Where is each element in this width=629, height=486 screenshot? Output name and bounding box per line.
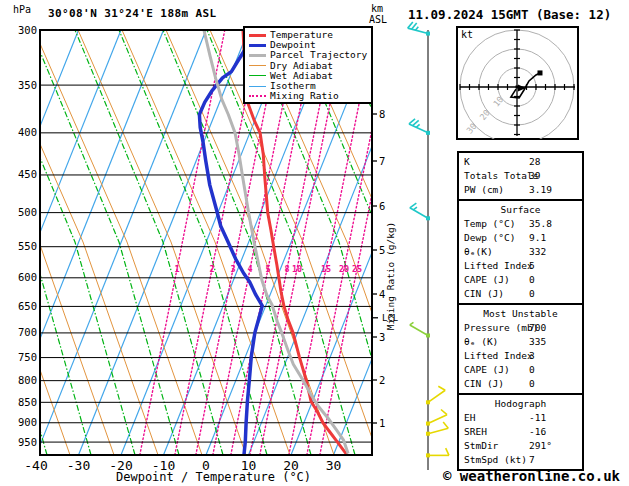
indices-row: θₑ(K)332 xyxy=(459,245,582,259)
wind-barb xyxy=(426,386,445,404)
indices-row-label: Lifted Index xyxy=(464,349,533,363)
legend-swatch-mixing-ratio xyxy=(249,95,266,97)
wind-barb-shaft xyxy=(408,28,428,33)
datetime-title: 11.09.2024 15GMT (Base: 12) xyxy=(408,7,611,22)
mixing-ratio-value-label: 2 xyxy=(209,264,214,274)
indices-row-value: 700 xyxy=(529,321,546,335)
legend-swatch-dry-adiabat xyxy=(249,65,266,66)
indices-row: Lifted Index5 xyxy=(459,259,582,273)
indices-row: Totals Totals39 xyxy=(459,169,582,183)
wind-barb xyxy=(426,448,449,457)
pressure-tick-label: 550 xyxy=(18,240,37,252)
indices-row: CAPE (J)0 xyxy=(459,273,582,287)
indices-section-header: Most Unstable xyxy=(459,307,582,321)
km-tick-label: 8 xyxy=(379,108,385,120)
wind-barb-half-feather xyxy=(415,27,418,30)
pressure-tick-label: 450 xyxy=(18,168,37,180)
mixing-ratio-value-label: 1 xyxy=(174,264,179,274)
altitude-unit-km: km xyxy=(371,3,383,14)
mixing-ratio-value-label: 8 xyxy=(284,264,289,274)
wind-barb-half-feather xyxy=(410,322,414,325)
legend-swatch-temperature xyxy=(249,34,266,37)
indices-row: Temp (°C)35.8 xyxy=(459,217,582,231)
indices-row-label: θₑ(K) xyxy=(464,245,493,259)
indices-row-label: Pressure (mb) xyxy=(464,321,538,335)
station-title: 30°08'N 31°24'E 188m ASL xyxy=(48,7,217,20)
wind-barb-shaft xyxy=(410,325,428,336)
indices-row-value: 9.1 xyxy=(529,231,546,245)
wind-barb-feather xyxy=(408,22,413,28)
indices-row-label: K xyxy=(464,155,470,169)
hodograph-end-marker xyxy=(537,70,542,75)
indices-row-label: Dewp (°C) xyxy=(464,231,515,245)
indices-row-value: -11 xyxy=(529,411,546,425)
pressure-tick-label: 650 xyxy=(18,300,37,312)
mixing-ratio-value-label: 5 xyxy=(265,264,270,274)
x-axis-title: Dewpoint / Temperature (°C) xyxy=(116,470,311,484)
indices-section-header: Hodograph xyxy=(459,397,582,411)
legend-swatch-wet-adiabat xyxy=(249,75,266,76)
indices-row-label: CIN (J) xyxy=(464,377,504,391)
legend-label: Mixing Ratio xyxy=(270,91,339,101)
indices-section-header: Surface xyxy=(459,203,582,217)
indices-row-value: 335 xyxy=(529,335,546,349)
indices-row: SREH-16 xyxy=(459,425,582,439)
indices-row-value: 3 xyxy=(529,349,535,363)
indices-row-label: θₑ (K) xyxy=(464,335,498,349)
wind-barb-half-feather xyxy=(413,207,417,210)
wet-adiabat-line xyxy=(0,30,3,455)
wet-adiabat-line xyxy=(0,30,91,455)
pressure-tick-label: 500 xyxy=(18,206,37,218)
indices-row-label: CAPE (J) xyxy=(464,273,510,287)
indices-row-value: 0 xyxy=(529,377,535,391)
indices-row-value: 5 xyxy=(529,259,535,273)
pressure-tick-label: 900 xyxy=(18,416,37,428)
mixing-ratio-value-label: 4 xyxy=(247,264,252,274)
indices-row: EH-11 xyxy=(459,411,582,425)
indices-row-label: Lifted Index xyxy=(464,259,533,273)
indices-row: Pressure (mb)700 xyxy=(459,321,582,335)
legend-item: Mixing Ratio xyxy=(245,91,371,101)
indices-row-label: Totals Totals xyxy=(464,169,538,183)
wind-barb-feather xyxy=(409,119,415,124)
indices-row-label: EH xyxy=(464,411,475,425)
wind-barb-feather xyxy=(413,120,419,125)
pressure-unit-label: hPa xyxy=(13,4,31,15)
indices-row: Lifted Index3 xyxy=(459,349,582,363)
wind-barb xyxy=(410,203,430,220)
legend-box: TemperatureDewpointParcel TrajectoryDry … xyxy=(243,26,373,104)
mixing-ratio-axis-label: Mixing Ratio (g/kg) xyxy=(385,222,396,331)
wind-barb xyxy=(410,322,430,337)
wind-barb-shaft xyxy=(410,208,428,219)
hodograph-panel: 102030kt xyxy=(457,27,578,144)
indices-row-label: Temp (°C) xyxy=(464,217,515,231)
copyright-watermark: © weatheronline.co.uk xyxy=(443,468,620,484)
indices-row-value: 7 xyxy=(529,453,535,467)
indices-row: CIN (J)0 xyxy=(459,377,582,391)
indices-row-label: StmDir xyxy=(464,439,498,453)
indices-row-value: 3.19 xyxy=(529,183,552,197)
skewt-sounding-page: 3003504004505005506006507007508008509009… xyxy=(0,0,629,486)
pressure-tick-label: 950 xyxy=(18,436,37,448)
indices-row-value: 28 xyxy=(529,155,540,169)
indices-row: K28 xyxy=(459,155,582,169)
indices-row-value: 39 xyxy=(529,169,540,183)
indices-row: StmDir291° xyxy=(459,439,582,453)
wind-barb-feather xyxy=(441,409,447,414)
mixing-ratio-value-label: 10 xyxy=(292,264,302,274)
wet-adiabat-line xyxy=(75,30,223,455)
km-tick-label: 7 xyxy=(379,155,385,167)
indices-section-surface: SurfaceTemp (°C)35.8Dewp (°C)9.1θₑ(K)332… xyxy=(457,199,584,305)
indices-section-most-unstable: Most UnstablePressure (mb)700θₑ (K)335Li… xyxy=(457,303,584,395)
pressure-tick-label: 700 xyxy=(18,326,37,338)
legend-swatch-isotherm xyxy=(249,86,266,87)
wind-barb-shaft xyxy=(428,428,448,433)
indices-row-label: StmSpd (kt) xyxy=(464,453,527,467)
indices-row-label: PW (cm) xyxy=(464,183,504,197)
dry-adiabat-line xyxy=(34,30,202,455)
mixing-ratio-value-label: 3 xyxy=(230,264,235,274)
indices-row-value: 0 xyxy=(529,287,535,301)
indices-row: StmSpd (kt)7 xyxy=(459,453,582,467)
legend-label: Parcel Trajectory xyxy=(270,50,367,60)
indices-row-label: SREH xyxy=(464,425,487,439)
